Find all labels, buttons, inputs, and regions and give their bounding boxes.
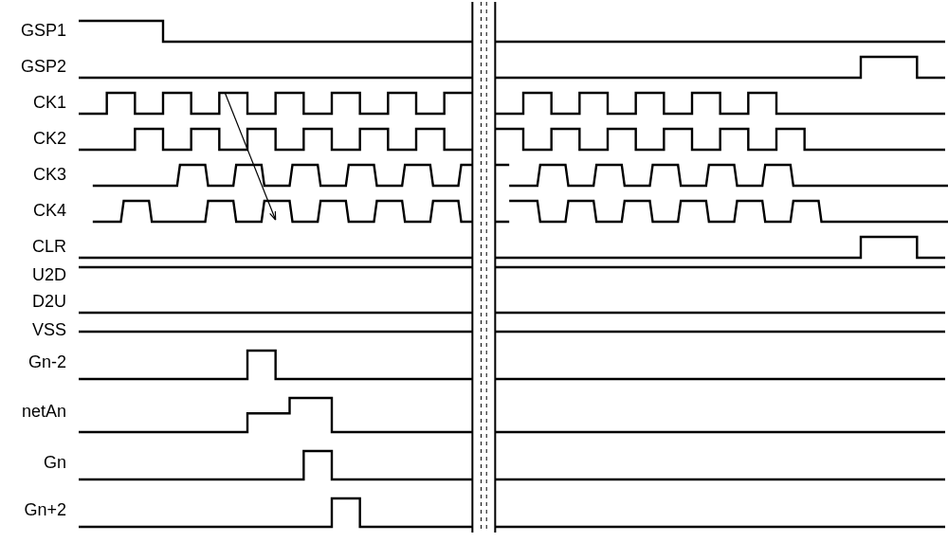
- waveform-GSP2: [79, 57, 945, 78]
- waveform-Gn-2: [79, 351, 945, 379]
- time-break-icon: [472, 2, 495, 533]
- timing-diagram: GSP1GSP2CK1CK2CK3CK4CLRU2DD2UVSSGn-2netA…: [0, 0, 948, 560]
- signal-label: D2U: [32, 293, 66, 310]
- signal-label: Gn: [44, 454, 66, 471]
- signal-label: CK4: [33, 202, 66, 219]
- signal-label: Gn-2: [28, 353, 66, 370]
- waveform-netAn: [79, 398, 945, 432]
- waveform-Gn+2: [79, 498, 945, 527]
- signal-label: U2D: [32, 266, 66, 283]
- signal-label: GSP1: [21, 22, 66, 39]
- signal-label: GSP2: [21, 58, 66, 75]
- signal-label: CK1: [33, 94, 66, 111]
- waveform-CK3: [93, 165, 948, 186]
- waveform-Gn: [79, 451, 945, 479]
- signal-label: CLR: [32, 238, 66, 255]
- signal-label: VSS: [32, 321, 66, 338]
- signal-labels-column: GSP1GSP2CK1CK2CK3CK4CLRU2DD2UVSSGn-2netA…: [0, 0, 76, 560]
- signal-label: CK2: [33, 130, 66, 147]
- waveform-CLR: [79, 237, 945, 258]
- waveform-canvas: [76, 0, 948, 560]
- waveform-CK2: [79, 129, 945, 150]
- signal-label: netAn: [22, 403, 66, 420]
- waveform-CK4: [93, 201, 948, 222]
- signal-label: CK3: [33, 166, 66, 183]
- waveform-svg: [76, 0, 948, 560]
- waveform-CK1: [79, 93, 945, 114]
- svg-rect-0: [472, 2, 495, 533]
- waveform-GSP1: [79, 21, 945, 42]
- signal-label: Gn+2: [24, 501, 66, 518]
